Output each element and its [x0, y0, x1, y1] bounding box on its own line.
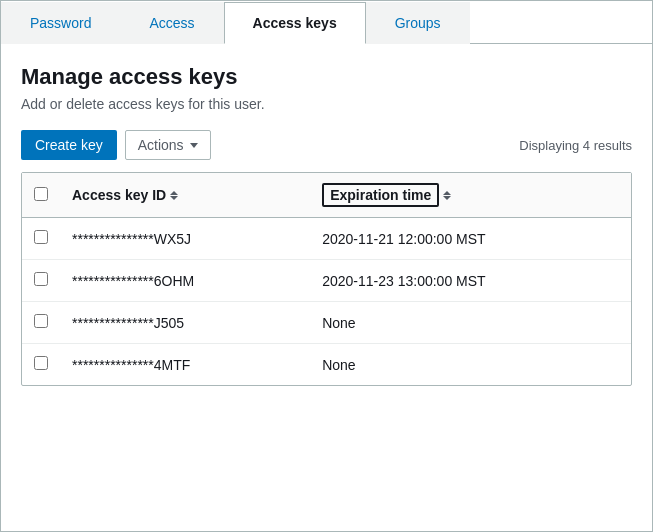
row-checkbox-1[interactable] [34, 272, 48, 286]
header-access-key-id[interactable]: Access key ID [60, 173, 310, 218]
tab-access-keys[interactable]: Access keys [224, 2, 366, 44]
access-key-id-cell: ***************J505 [60, 302, 310, 344]
actions-button[interactable]: Actions [125, 130, 211, 160]
sort-icon-access-key-id [170, 191, 178, 200]
row-checkbox-2[interactable] [34, 314, 48, 328]
tab-groups[interactable]: Groups [366, 2, 470, 44]
expiration-time-cell: 2020-11-23 13:00:00 MST [310, 260, 631, 302]
access-key-id-cell: ***************WX5J [60, 218, 310, 260]
row-checkbox-cell [22, 302, 60, 344]
row-checkbox-cell [22, 260, 60, 302]
table-row: ***************WX5J2020-11-21 12:00:00 M… [22, 218, 631, 260]
create-key-button[interactable]: Create key [21, 130, 117, 160]
table-row: ***************J505None [22, 302, 631, 344]
tab-password[interactable]: Password [1, 2, 120, 44]
expiration-time-cell: None [310, 344, 631, 386]
main-content: Manage access keys Add or delete access … [1, 44, 652, 406]
sort-icon-expiration-time [443, 191, 451, 200]
expiration-time-cell: None [310, 302, 631, 344]
chevron-down-icon [190, 143, 198, 148]
page-title: Manage access keys [21, 64, 632, 90]
access-key-id-cell: ***************6OHM [60, 260, 310, 302]
table-row: ***************4MTFNone [22, 344, 631, 386]
tab-access[interactable]: Access [120, 2, 223, 44]
row-checkbox-cell [22, 218, 60, 260]
header-expiration-time[interactable]: Expiration time [310, 173, 631, 218]
toolbar-left: Create key Actions [21, 130, 211, 160]
row-checkbox-cell [22, 344, 60, 386]
access-keys-table: Access key ID Expiration time [21, 172, 632, 386]
tab-bar: Password Access Access keys Groups [1, 1, 652, 44]
row-checkbox-0[interactable] [34, 230, 48, 244]
select-all-checkbox[interactable] [34, 187, 48, 201]
header-access-key-id-label: Access key ID [72, 187, 166, 203]
table-header-row: Access key ID Expiration time [22, 173, 631, 218]
header-expiration-time-label: Expiration time [322, 183, 439, 207]
page-subtitle: Add or delete access keys for this user. [21, 96, 632, 112]
actions-label: Actions [138, 137, 184, 153]
toolbar: Create key Actions Displaying 4 results [21, 130, 632, 160]
expiration-time-cell: 2020-11-21 12:00:00 MST [310, 218, 631, 260]
result-count: Displaying 4 results [519, 138, 632, 153]
row-checkbox-3[interactable] [34, 356, 48, 370]
table-row: ***************6OHM2020-11-23 13:00:00 M… [22, 260, 631, 302]
header-checkbox-cell [22, 173, 60, 218]
access-key-id-cell: ***************4MTF [60, 344, 310, 386]
